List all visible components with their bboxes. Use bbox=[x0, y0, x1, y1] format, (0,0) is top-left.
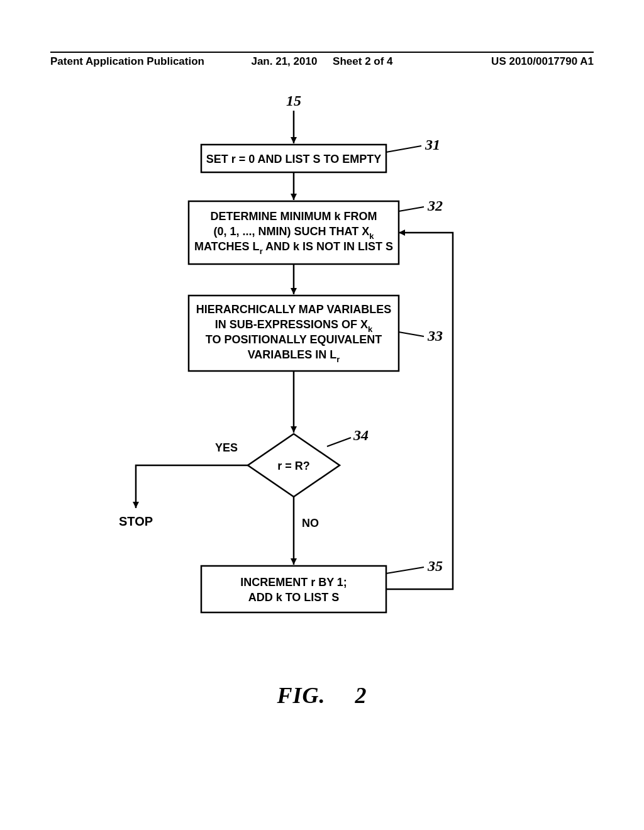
ref-31: 31 bbox=[425, 136, 440, 153]
box-35-line1: INCREMENT r BY 1; bbox=[240, 576, 347, 589]
decision-34-text: r = R? bbox=[277, 460, 310, 472]
header-date: Jan. 21, 2010 bbox=[251, 55, 317, 68]
box-32-line2: (0, 1, ..., NMIN) SUCH THAT Xk bbox=[214, 225, 375, 241]
header-sheet: Sheet 2 of 4 bbox=[333, 55, 392, 68]
stop-label: STOP bbox=[119, 514, 153, 528]
leader-33 bbox=[399, 332, 424, 336]
entry-ref-label: 15 bbox=[286, 92, 301, 109]
box-33-line4: VARIABLES IN Lr bbox=[248, 348, 340, 364]
flowchart: 15 SET r = 0 AND LIST S TO EMPTY 31 DETE… bbox=[0, 88, 644, 717]
box-33-line3: TO POSITIONALLY EQUIVALENT bbox=[206, 333, 382, 346]
figure-caption: FIG. 2 bbox=[0, 682, 644, 709]
leader-35 bbox=[386, 567, 424, 573]
ref-34: 34 bbox=[353, 427, 369, 443]
leader-34 bbox=[327, 438, 351, 446]
page-header: Patent Application Publication Jan. 21, … bbox=[0, 52, 644, 68]
leader-31 bbox=[386, 146, 421, 152]
box-35-line2: ADD k TO LIST S bbox=[248, 591, 340, 604]
ref-35: 35 bbox=[427, 558, 443, 574]
box-33-line1: HIERARCHICALLY MAP VARIABLES bbox=[196, 303, 391, 316]
ref-33: 33 bbox=[427, 328, 443, 344]
decision-yes-label: YES bbox=[215, 441, 238, 454]
box-32-line1: DETERMINE MINIMUM k FROM bbox=[211, 210, 377, 223]
box-32-line3: MATCHES Lr AND k IS NOT IN LIST S bbox=[194, 240, 393, 256]
box-33-line2: IN SUB-EXPRESSIONS OF Xk bbox=[215, 318, 373, 334]
box-31-text: SET r = 0 AND LIST S TO EMPTY bbox=[206, 153, 382, 165]
box-35 bbox=[201, 566, 386, 612]
arrow-feedback bbox=[386, 233, 453, 589]
arrow-yes bbox=[136, 465, 248, 508]
ref-32: 32 bbox=[427, 197, 443, 214]
decision-no-label: NO bbox=[302, 517, 319, 529]
leader-32 bbox=[399, 207, 424, 211]
